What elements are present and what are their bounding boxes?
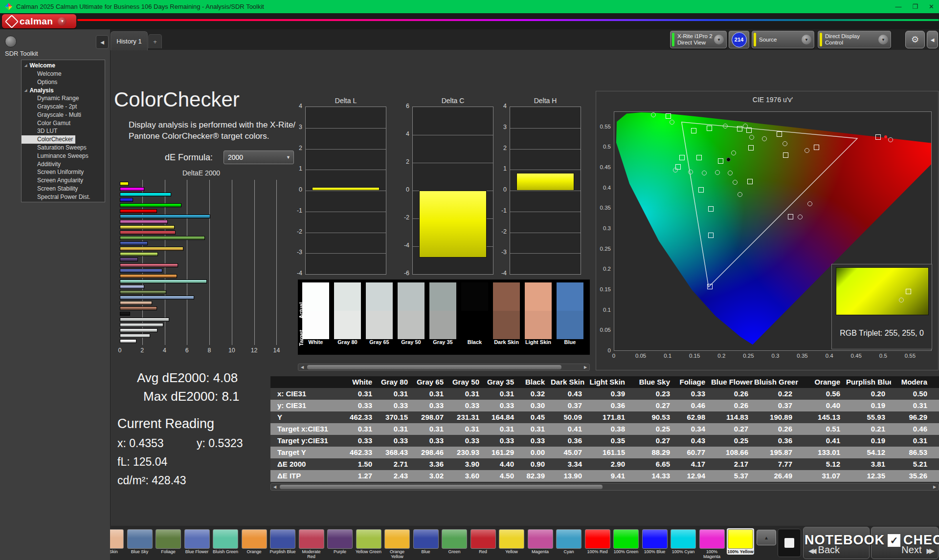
scroll-left-icon[interactable]: ◀ (298, 364, 306, 370)
patch-red[interactable]: Red (470, 528, 497, 555)
patch-moderate-red[interactable]: Moderate Red (298, 528, 325, 559)
back-button[interactable]: ◀◀Back (803, 527, 870, 559)
scroll-up-button[interactable]: ▲ (757, 530, 776, 545)
cell-value: 161.29 (485, 447, 520, 458)
patch-orange[interactable]: Orange (241, 528, 268, 555)
minimize-button[interactable]: — (895, 3, 901, 10)
add-tab-button[interactable]: + (148, 34, 162, 48)
display-control-dropdown[interactable]: Direct Display Control ▼ (818, 31, 891, 48)
sidebar-item-grayscale-2pt[interactable]: Grayscale - 2pt (22, 103, 105, 111)
patch-100-red[interactable]: 100% Red (584, 528, 611, 555)
sidebar-item-colorchecker[interactable]: ColorChecker (22, 135, 75, 144)
de-formula-dropdown[interactable]: 2000 ▼ (224, 151, 294, 164)
cell-value: 1.50 (344, 458, 378, 470)
cell-value: 0.33 (485, 400, 520, 411)
patch-orange-yellow[interactable]: Orange Yellow (383, 528, 411, 559)
patch-swatch (242, 529, 267, 549)
meter-dropdown[interactable]: X-Rite i1Pro 2 Direct View ▼ (670, 31, 727, 48)
expander-icon[interactable]: ◢ (24, 64, 27, 67)
meter-count-button[interactable]: 214 (729, 31, 749, 48)
sidebar-item-saturation-sweeps[interactable]: Saturation Sweeps (22, 144, 105, 152)
sidebar-item-additivity[interactable]: Additivity (22, 160, 105, 169)
scroll-right-icon[interactable]: ▶ (581, 364, 589, 370)
y-tick-2: 2 (493, 145, 507, 151)
patch-bluish-green[interactable]: Bluish Green (212, 528, 239, 555)
bar-bluish-green (120, 280, 207, 283)
patch-yellow[interactable]: Yellow (498, 528, 525, 555)
sidebar-item-dynamic-range[interactable]: Dynamic Range (22, 94, 105, 103)
sidebar-item-screen-uniformity[interactable]: Screen Uniformity (22, 168, 105, 176)
x-tick-8: 8 (203, 347, 215, 354)
scroll-left-icon[interactable]: ◀ (271, 484, 279, 490)
y-tick-2: 2 (289, 145, 302, 151)
sidebar-item-luminance-sweeps[interactable]: Luminance Sweeps (22, 152, 105, 160)
cell-value: 13.90 (551, 470, 588, 482)
measured-marker (702, 171, 707, 175)
calman-menu-button[interactable]: calman ▼ (2, 14, 76, 28)
source-dropdown[interactable]: Source ▼ (752, 31, 814, 48)
sidebar-item-welcome[interactable]: Welcome (22, 70, 105, 78)
y-tick--4: -4 (396, 242, 409, 249)
sidebar-item-color-gamut[interactable]: Color Gamut (22, 119, 105, 128)
sidebar-item-options[interactable]: Options (22, 78, 105, 86)
patch-100-green[interactable]: 100% Green (612, 528, 640, 555)
tab-history-1[interactable]: History 1 (111, 31, 148, 50)
maximize-button[interactable]: ❐ (912, 3, 918, 10)
gridline (306, 128, 386, 129)
sidebar-orb-icon[interactable] (5, 36, 17, 47)
patch-magenta[interactable]: Magenta (527, 528, 554, 555)
scroll-right-icon[interactable]: ▶ (931, 484, 939, 490)
patch-100-yellow[interactable]: 100% Yellow (727, 528, 754, 555)
scrollbar-thumb[interactable] (307, 365, 561, 369)
cie-x-tick-0.5: 0.5 (872, 353, 894, 359)
tree-group-analysis[interactable]: ◢Analysis (22, 86, 105, 94)
cell-value: 3.81 (846, 458, 891, 470)
sidebar-collapse-button[interactable]: ◀ (96, 35, 109, 49)
close-button[interactable]: ✕ (929, 3, 934, 10)
sidebar-item-grayscale-multi[interactable]: Grayscale - Multi (22, 111, 105, 119)
target-marker (747, 179, 753, 184)
tree-group-welcome[interactable]: ◢Welcome (22, 62, 105, 70)
cell-value: 0.30 (520, 400, 551, 411)
measured-marker (807, 201, 812, 206)
patch-cyan[interactable]: Cyan (555, 528, 582, 555)
patch-green[interactable]: Green (441, 528, 468, 555)
meter-mode: Direct View (677, 40, 706, 45)
patch-swatch (384, 529, 410, 549)
cell-value: 5.37 (711, 470, 754, 482)
swatch-label: Gray 65 (366, 339, 393, 345)
swatch-strip-scrollbar[interactable]: ◀ ▶ (298, 364, 590, 371)
target-marker (679, 155, 685, 160)
bar-yellow-green (120, 252, 158, 256)
patch-100-cyan[interactable]: 100% Cyan (670, 528, 697, 555)
cell-value: 35.26 (891, 470, 933, 482)
sidebar-item-screen-stability[interactable]: Screen Stability (22, 185, 105, 193)
patch-yellow-green[interactable]: Yellow Green (355, 528, 382, 555)
settings-button[interactable]: ⚙ (905, 31, 925, 48)
scrollbar-thumb[interactable] (280, 485, 603, 489)
patch-purple[interactable]: Purple (326, 528, 354, 555)
cell-value: 0.19 (846, 400, 891, 411)
patch-100-magenta[interactable]: 100% Magenta (698, 528, 726, 559)
patch-ht-skin[interactable]: ht Skin (110, 528, 125, 555)
sidebar-item-spectral-power-dist-[interactable]: Spectral Power Dist. (22, 193, 105, 201)
cell-value: 0.26 (711, 400, 754, 411)
cell-value: 161.15 (588, 447, 631, 458)
patch-foliage[interactable]: Foliage (155, 528, 182, 555)
patch-100-blue[interactable]: 100% Blue (641, 528, 669, 555)
table-scrollbar[interactable]: ◀ ▶ (270, 483, 939, 491)
next-button[interactable]: Next▶▶ (871, 527, 939, 559)
panel-collapse-button[interactable]: ◀ (927, 31, 938, 48)
gridline (510, 212, 581, 212)
patch-blue-flower[interactable]: Blue Flower (183, 528, 211, 555)
patch-blue-sky[interactable]: Blue Sky (126, 528, 154, 555)
patch-blue[interactable]: Blue (412, 528, 440, 555)
expander-icon[interactable]: ◢ (24, 88, 27, 92)
cell-value: 3.34 (551, 458, 588, 470)
pattern-window-button[interactable] (778, 529, 801, 557)
sidebar-item-3d-lut[interactable]: 3D LUT (22, 127, 105, 135)
swatch-label: Blue (557, 339, 583, 345)
sidebar-item-screen-angularity[interactable]: Screen Angularity (22, 176, 105, 185)
patch-purplish-blue[interactable]: Purplish Blue (269, 528, 296, 555)
bar-light-skin (120, 301, 152, 305)
